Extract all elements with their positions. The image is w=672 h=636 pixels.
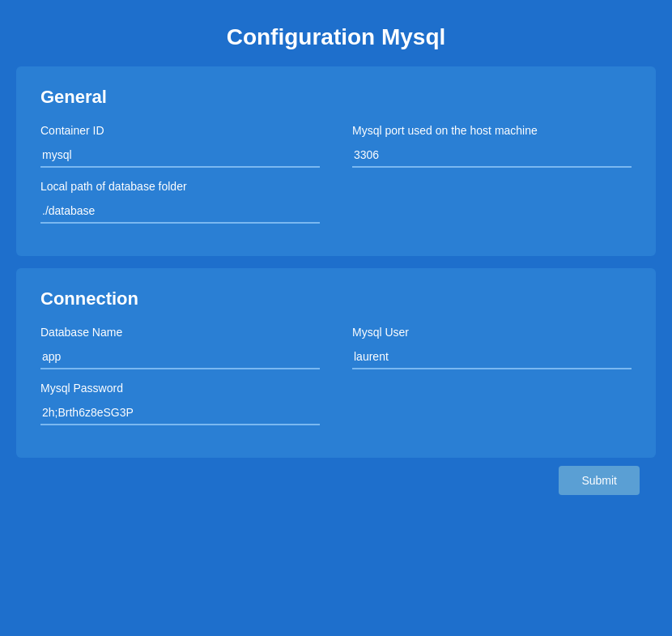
database-name-group: Database Name [40, 326, 320, 369]
general-row-1: Container ID Mysql port used on the host… [40, 124, 632, 168]
general-section-title: General [40, 87, 632, 108]
mysql-password-group: Mysql Password [40, 382, 320, 425]
mysql-port-label: Mysql port used on the host machine [352, 124, 632, 137]
footer: Submit [16, 458, 656, 511]
mysql-password-label: Mysql Password [40, 382, 320, 395]
general-row-2: Local path of database folder [40, 180, 632, 224]
container-id-label: Container ID [40, 124, 320, 137]
mysql-user-label: Mysql User [352, 326, 632, 339]
submit-button[interactable]: Submit [559, 466, 640, 495]
mysql-user-group: Mysql User [352, 326, 632, 369]
local-path-label: Local path of database folder [40, 180, 320, 193]
local-path-input[interactable] [40, 201, 320, 224]
page-title: Configuration Mysql [227, 24, 446, 50]
main-content: General Container ID Mysql port used on … [16, 66, 656, 458]
mysql-user-input[interactable] [352, 347, 632, 369]
mysql-port-group: Mysql port used on the host machine [352, 124, 632, 168]
local-path-group: Local path of database folder [40, 180, 320, 224]
general-section: General Container ID Mysql port used on … [16, 66, 656, 256]
mysql-password-input[interactable] [40, 403, 320, 425]
connection-section-title: Connection [40, 288, 632, 309]
connection-section: Connection Database Name Mysql User Mysq… [16, 268, 656, 458]
container-id-input[interactable] [40, 145, 320, 168]
container-id-group: Container ID [40, 124, 320, 168]
database-name-input[interactable] [40, 347, 320, 369]
mysql-port-input[interactable] [352, 145, 632, 168]
connection-row-2: Mysql Password [40, 382, 632, 425]
database-name-label: Database Name [40, 326, 320, 339]
connection-row-1: Database Name Mysql User [40, 326, 632, 369]
